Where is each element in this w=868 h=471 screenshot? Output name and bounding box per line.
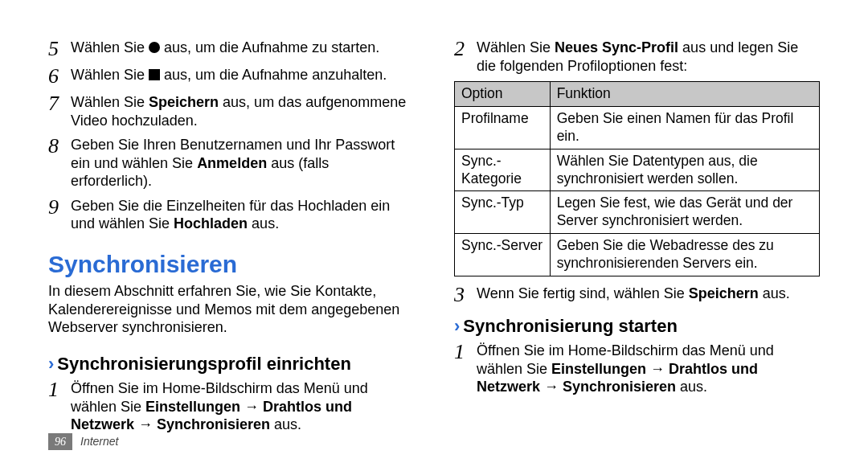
arrow: → xyxy=(240,399,263,415)
text: aus. xyxy=(676,379,707,395)
text: aus, um die Aufnahme anzuhalten. xyxy=(160,67,387,83)
profil-step-2: 2 Wählen Sie Neues Sync-Profil aus und l… xyxy=(454,39,820,75)
step-6: 6 Wählen Sie aus, um die Aufnahme anzuha… xyxy=(48,66,414,87)
options-table: Option Funktion Profilname Geben Sie ein… xyxy=(454,81,820,276)
cell-option: Sync.-Server xyxy=(455,234,551,276)
right-column: 2 Wählen Sie Neues Sync-Profil aus und l… xyxy=(454,39,820,471)
section-name: Internet xyxy=(80,435,118,449)
step-number: 3 xyxy=(454,285,477,305)
bold-text: Neues Sync-Profil xyxy=(555,39,678,55)
step-text: Öffnen Sie im Home-Bildschirm das Menü u… xyxy=(71,379,414,434)
step-text: Öffnen Sie im Home-Bildschirm das Menü u… xyxy=(477,342,820,396)
subheading-sync-starten: › Synchronisierung starten xyxy=(454,315,820,338)
cell-funktion: Geben Sie einen Namen für das Profil ein… xyxy=(550,106,819,149)
bold-text: Speichern xyxy=(149,94,219,110)
step-text: Wählen Sie Neues Sync-Profil aus und leg… xyxy=(477,39,820,75)
step-7: 7 Wählen Sie Speichern aus, um das aufge… xyxy=(48,93,414,129)
cell-funktion: Geben Sie die Webadresse des zu synchron… xyxy=(550,234,819,276)
bold-text: Anmelden xyxy=(197,155,267,171)
record-stop-icon xyxy=(149,69,160,80)
step-number: 9 xyxy=(48,197,71,233)
chevron-right-icon: › xyxy=(48,353,54,375)
subheading-text: Synchronisierung starten xyxy=(463,315,678,338)
step-text: Wählen Sie aus, um die Aufnahme anzuhalt… xyxy=(71,66,414,87)
table-row: Profilname Geben Sie einen Namen für das… xyxy=(455,106,820,149)
step-number: 8 xyxy=(48,136,71,190)
page-number: 96 xyxy=(48,433,72,451)
left-column: 5 Wählen Sie aus, um die Aufnahme zu sta… xyxy=(48,39,414,471)
profil-step-1: 1 Öffnen Sie im Home-Bildschirm das Menü… xyxy=(48,379,414,434)
step-text: Wenn Sie fertig sind, wählen Sie Speiche… xyxy=(477,285,820,305)
start-step-1: 1 Öffnen Sie im Home-Bildschirm das Menü… xyxy=(454,342,820,396)
step-text: Geben Sie Ihren Benutzernamen und Ihr Pa… xyxy=(71,136,414,190)
text: Wählen Sie xyxy=(71,94,149,110)
bold-text: Synchronisieren xyxy=(563,379,676,395)
step-number: 7 xyxy=(48,93,71,129)
step-number: 1 xyxy=(48,379,71,434)
text: Wählen Sie xyxy=(71,39,149,55)
page-footer: 96 Internet xyxy=(48,433,118,451)
bold-text: Synchronisieren xyxy=(157,416,270,432)
arrow: → xyxy=(646,361,669,377)
table-row: Sync.-Kategorie Wählen Sie Datentypen au… xyxy=(455,149,820,191)
text: Wählen Sie xyxy=(71,67,149,83)
subheading-profil-einrichten: › Synchronisierungsprofil einrichten xyxy=(48,353,414,375)
bold-text: Einstellungen xyxy=(551,361,646,377)
table-header-option: Option xyxy=(455,82,551,107)
step-5: 5 Wählen Sie aus, um die Aufnahme zu sta… xyxy=(48,39,414,59)
profil-step-3: 3 Wenn Sie fertig sind, wählen Sie Speic… xyxy=(454,285,820,305)
chevron-right-icon: › xyxy=(454,315,460,338)
section-heading-synchronisieren: Synchronisieren xyxy=(48,249,414,280)
step-9: 9 Geben Sie die Einzelheiten für das Hoc… xyxy=(48,197,414,233)
step-number: 6 xyxy=(48,66,71,87)
table-header-row: Option Funktion xyxy=(455,82,820,107)
bold-text: Hochladen xyxy=(174,215,248,231)
cell-funktion: Wählen Sie Datentypen aus, die synchroni… xyxy=(550,149,819,191)
step-text: Wählen Sie Speichern aus, um das aufgeno… xyxy=(71,93,414,129)
page: 5 Wählen Sie aus, um die Aufnahme zu sta… xyxy=(0,0,868,471)
step-number: 2 xyxy=(454,39,477,75)
record-start-icon xyxy=(149,42,160,53)
intro-paragraph: In diesem Abschnitt erfahren Sie, wie Si… xyxy=(48,282,414,337)
arrow: → xyxy=(134,416,157,432)
cell-option: Profilname xyxy=(455,106,551,149)
bold-text: Einstellungen xyxy=(145,399,240,415)
table-header-funktion: Funktion xyxy=(550,82,819,107)
step-text: Wählen Sie aus, um die Aufnahme zu start… xyxy=(71,39,414,59)
arrow: → xyxy=(540,379,563,395)
cell-option: Sync.-Typ xyxy=(455,191,551,234)
bold-text: Speichern xyxy=(689,285,759,301)
text: Wählen Sie xyxy=(477,39,555,55)
table-row: Sync.-Server Geben Sie die Webadresse de… xyxy=(455,234,820,276)
text: aus. xyxy=(759,285,790,301)
text: aus. xyxy=(248,215,279,231)
cell-option: Sync.-Kategorie xyxy=(455,149,551,191)
step-text: Geben Sie die Einzelheiten für das Hochl… xyxy=(71,197,414,233)
step-number: 1 xyxy=(454,342,477,396)
step-8: 8 Geben Sie Ihren Benutzernamen und Ihr … xyxy=(48,136,414,190)
cell-funktion: Legen Sie fest, wie das Gerät und der Se… xyxy=(550,191,819,234)
text: aus, um die Aufnahme zu starten. xyxy=(160,39,379,55)
table-row: Sync.-Typ Legen Sie fest, wie das Gerät … xyxy=(455,191,820,234)
text: aus. xyxy=(270,416,301,432)
text: Wenn Sie fertig sind, wählen Sie xyxy=(477,285,689,301)
step-number: 5 xyxy=(48,39,71,59)
subheading-text: Synchronisierungsprofil einrichten xyxy=(57,353,351,375)
